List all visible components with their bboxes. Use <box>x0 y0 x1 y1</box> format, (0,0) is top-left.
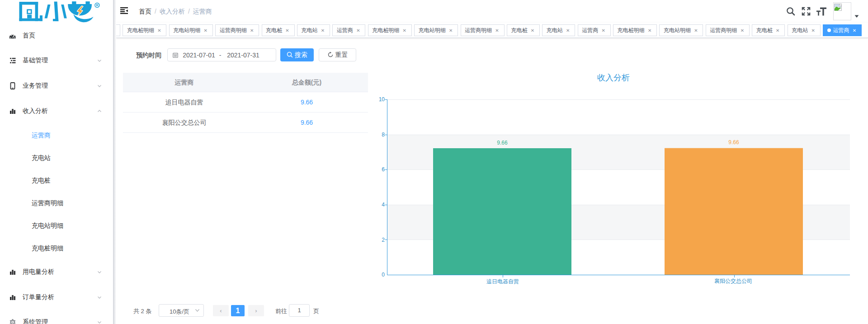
svg-text:R: R <box>96 3 99 7</box>
svg-text:收入分析: 收入分析 <box>597 73 630 82</box>
svg-text:襄阳公交总公司: 襄阳公交总公司 <box>714 278 752 284</box>
svg-text:9.66: 9.66 <box>497 140 508 146</box>
svg-text:6: 6 <box>382 166 385 173</box>
svg-text:8: 8 <box>382 131 385 138</box>
svg-text:10: 10 <box>379 96 385 103</box>
svg-text:0: 0 <box>382 272 385 278</box>
svg-text:9.66: 9.66 <box>728 139 739 146</box>
svg-text:2: 2 <box>382 237 385 243</box>
svg-text:追日电器自营: 追日电器自营 <box>486 278 519 285</box>
svg-text:4: 4 <box>382 202 385 208</box>
